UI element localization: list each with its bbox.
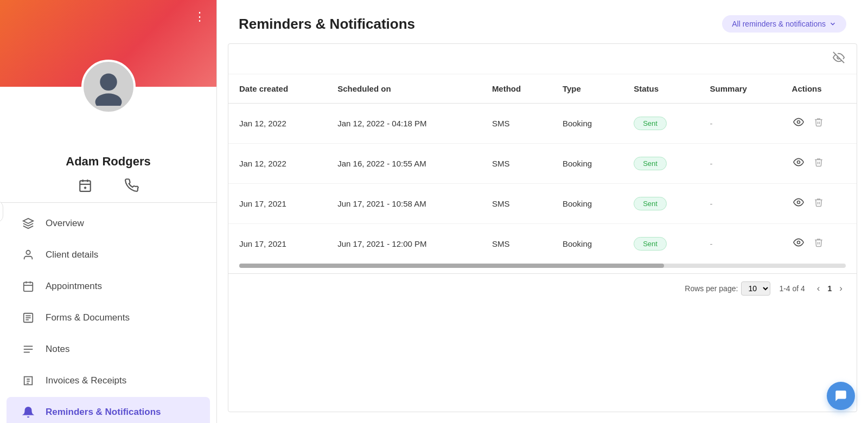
cell-date-created: Jun 17, 2021 [228,184,327,224]
receipt-icon [22,374,35,387]
cell-actions [781,104,857,144]
status-badge: Sent [634,237,667,251]
table-row: Jun 17, 2021 Jun 17, 2021 - 10:58 AM SMS… [228,184,857,224]
svg-rect-2 [80,181,91,191]
sidebar-item-overview[interactable]: Overview [7,208,210,239]
view-button[interactable] [792,196,805,211]
rows-per-page-label: Rows per page: [685,284,738,293]
cell-summary: - [699,104,781,144]
cell-date-created: Jan 12, 2022 [228,144,327,184]
table-body: Jan 12, 2022 Jan 12, 2022 - 04:18 PM SMS… [228,104,857,264]
action-icons [792,196,846,211]
cell-method: SMS [481,144,552,184]
view-button[interactable] [792,236,805,252]
filter-dropdown[interactable]: All reminders & notifications [722,15,846,33]
svg-point-25 [797,241,800,244]
avatar [81,60,136,114]
cell-date-created: Jun 17, 2021 [228,224,327,264]
sidebar-item-label: Forms & Documents [46,312,130,323]
sidebar-item-label: Client details [46,249,98,260]
svg-point-0 [100,74,117,91]
status-badge: Sent [634,157,667,170]
sidebar-item-label: Overview [46,218,84,229]
sidebar-item-forms-documents[interactable]: Forms & Documents [7,303,210,333]
sidebar-item-appointments[interactable]: Appointments [7,271,210,302]
action-icons [792,236,846,252]
visibility-toggle-button[interactable] [832,50,846,67]
sidebar-item-label: Appointments [46,281,102,292]
call-button[interactable] [125,178,139,193]
table-row: Jan 12, 2022 Jan 12, 2022 - 04:18 PM SMS… [228,104,857,144]
col-summary: Summary [699,74,781,104]
pagination-controls: ‹ 1 › [814,282,846,295]
main-header: Reminders & Notifications All reminders … [217,0,868,43]
svg-point-23 [797,161,800,164]
delete-button[interactable] [813,156,825,171]
delete-button[interactable] [813,196,825,211]
cell-actions [781,144,857,184]
col-type: Type [552,74,623,104]
pagination-next-button[interactable]: › [836,282,846,295]
chat-bubble-button[interactable] [827,382,855,410]
document-icon [22,311,35,324]
cell-scheduled-on: Jun 17, 2021 - 10:58 AM [327,184,481,224]
action-icons [792,116,846,131]
table-row: Jun 17, 2021 Jun 17, 2021 - 12:00 PM SMS… [228,224,857,264]
sidebar-item-reminders-notifications[interactable]: Reminders & Notifications [7,397,210,423]
delete-button[interactable] [813,116,825,131]
bell-icon [22,406,35,419]
sidebar-item-label: Invoices & Receipts [46,375,126,386]
status-badge: Sent [634,197,667,210]
sidebar-item-label: Notes [46,344,69,355]
pagination-range: 1-4 of 4 [779,284,805,293]
sidebar-item-notes[interactable]: Notes [7,334,210,364]
col-actions: Actions [781,74,857,104]
sidebar-item-label: Reminders & Notifications [46,407,161,418]
col-status: Status [623,74,699,104]
notes-icon [22,343,35,356]
sidebar-item-client-details[interactable]: Client details [7,240,210,270]
cell-summary: - [699,184,781,224]
cell-method: SMS [481,184,552,224]
cell-method: SMS [481,224,552,264]
sidebar: ⋮ ‹ Adam Rodgers [0,0,217,423]
pagination-current-page: 1 [828,284,832,293]
cell-scheduled-on: Jun 17, 2021 - 12:00 PM [327,224,481,264]
menu-dots-icon[interactable]: ⋮ [194,10,206,24]
cell-summary: - [699,144,781,184]
svg-point-24 [797,201,800,204]
layers-icon [22,217,35,230]
person-icon [22,248,35,261]
view-button[interactable] [792,156,805,171]
cell-method: SMS [481,104,552,144]
sidebar-nav: Overview Client details Appointments [0,203,216,423]
reminders-table: Date created Scheduled on Method Type St… [228,74,857,264]
add-appointment-button[interactable] [78,178,92,193]
client-name: Adam Rodgers [0,155,216,169]
scrollbar-thumb [239,264,664,268]
calendar-icon [22,280,35,293]
svg-rect-10 [24,283,33,292]
main-content: Reminders & Notifications All reminders … [217,0,868,423]
table-header: Date created Scheduled on Method Type St… [228,74,857,104]
svg-point-9 [26,251,30,254]
cell-actions [781,184,857,224]
view-button[interactable] [792,116,805,131]
sidebar-item-invoices-receipts[interactable]: Invoices & Receipts [7,366,210,396]
cell-type: Booking [552,144,623,184]
page-title: Reminders & Notifications [239,16,415,33]
horizontal-scrollbar[interactable] [239,264,846,268]
cell-date-created: Jan 12, 2022 [228,104,327,144]
cell-scheduled-on: Jan 16, 2022 - 10:55 AM [327,144,481,184]
col-date-created: Date created [228,74,327,104]
client-actions [0,169,216,203]
col-method: Method [481,74,552,104]
rows-per-page: Rows per page: 10 25 50 [685,281,770,296]
svg-point-1 [95,93,122,106]
rows-per-page-select[interactable]: 10 25 50 [741,281,770,296]
delete-button[interactable] [813,236,825,251]
cell-type: Booking [552,104,623,144]
pagination-prev-button[interactable]: ‹ [814,282,824,295]
col-scheduled-on: Scheduled on [327,74,481,104]
cell-status: Sent [623,184,699,224]
